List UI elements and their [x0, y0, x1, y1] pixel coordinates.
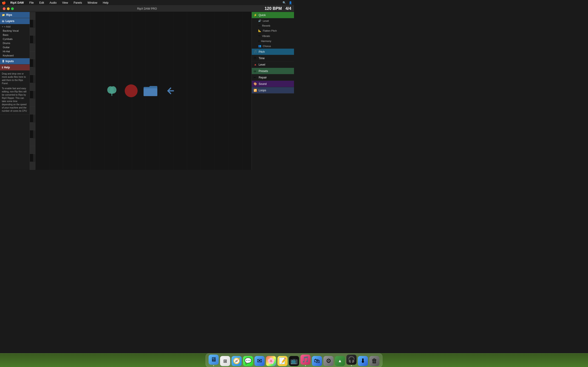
time-label: Time: [259, 57, 265, 60]
piano-key[interactable]: [30, 154, 33, 162]
time-item[interactable]: ⏱ Time: [252, 55, 294, 61]
window-title: RipX DAW PRO: [137, 7, 157, 10]
record-button[interactable]: [124, 83, 138, 98]
help-text-2: To enable fast and easy editing, non-Rip…: [2, 87, 28, 113]
rips-header[interactable]: 📁 Rips: [0, 12, 30, 18]
add-icon: +: [2, 25, 3, 28]
piano-key[interactable]: [30, 59, 33, 67]
add-label: + Add: [4, 25, 10, 28]
pitch-item[interactable]: 🎵 Pitch: [252, 49, 294, 55]
piano-key[interactable]: [30, 123, 35, 130]
sound-label: Sound: [259, 82, 267, 85]
app-menu[interactable]: RipX DAW: [9, 1, 25, 5]
level-panel-label: Level: [259, 63, 265, 66]
layers-header[interactable]: 🗂 Layers: [0, 18, 30, 24]
flatten-pitch-sub-item[interactable]: 📐 Flatten Pitch: [252, 28, 294, 33]
reverb-sub-item[interactable]: 〰 Reverb: [252, 23, 294, 28]
help-header[interactable]: ℹ Help: [0, 65, 30, 70]
repair-label: Repair: [259, 76, 267, 79]
layer-item-backing-vocal[interactable]: Backing Vocal: [0, 29, 30, 33]
piano-key[interactable]: [30, 146, 35, 154]
presets-icon: 🗂: [254, 69, 257, 73]
open-folder-button[interactable]: [143, 83, 158, 98]
level-sub-label: Level: [263, 19, 269, 22]
help-icon: ℹ: [2, 66, 3, 69]
piano-key[interactable]: [30, 130, 33, 138]
quick-icon: ⚡: [254, 14, 257, 17]
piano-key[interactable]: [30, 75, 33, 83]
level-sub-item[interactable]: 🔊 Level: [252, 18, 294, 23]
layers-icon: 🗂: [2, 20, 4, 23]
piano-key[interactable]: [30, 91, 33, 99]
layers-section: 🗂 Layers + + Add Backing Vocal Bass Cymb…: [0, 18, 30, 58]
piano-key[interactable]: [30, 162, 35, 170]
chorus-sub-label: Chorus: [263, 45, 271, 48]
chorus-sub-item[interactable]: 👥 Chorus: [252, 44, 294, 49]
sound-item[interactable]: 🎨 Sound: [252, 81, 294, 87]
layer-item-hihat[interactable]: Hi-Hat: [0, 49, 30, 53]
presets-label: Presets: [259, 69, 268, 73]
repair-icon: ✂: [254, 76, 257, 79]
repair-item[interactable]: ✂ Repair: [252, 74, 294, 81]
harmony-sub-item[interactable]: ≡ Harmony: [252, 39, 294, 44]
piano-key[interactable]: [30, 28, 35, 35]
rips-section: 📁 Rips: [0, 12, 30, 18]
fullscreen-button[interactable]: [11, 7, 14, 10]
level-item[interactable]: 🔺 Level: [252, 61, 294, 68]
piano-key[interactable]: [30, 12, 35, 20]
presets-item[interactable]: 🗂 Presets: [252, 68, 294, 74]
ai-brain-button[interactable]: [104, 83, 119, 98]
pitch-label: Pitch: [259, 50, 265, 53]
level-panel-icon: 🔺: [254, 63, 257, 66]
add-layer-button[interactable]: + + Add: [0, 25, 30, 29]
close-button[interactable]: [3, 7, 6, 10]
pitch-icon: 🎵: [254, 50, 257, 53]
file-menu[interactable]: File: [28, 1, 35, 5]
layer-item-guitar[interactable]: Guitar: [0, 45, 30, 49]
quick-item[interactable]: ⚡ Quick: [252, 12, 294, 18]
help-menu[interactable]: Help: [102, 1, 110, 5]
piano-key[interactable]: [30, 107, 35, 115]
time-signature[interactable]: 4/4: [285, 6, 291, 11]
layer-item-drums[interactable]: Drums: [0, 41, 30, 45]
panels-menu[interactable]: Panels: [73, 1, 83, 5]
sound-icon: 🎨: [254, 82, 257, 85]
minimize-button[interactable]: [7, 7, 10, 10]
piano-key[interactable]: [30, 20, 33, 27]
chorus-icon: 👥: [258, 44, 261, 48]
brain-icon: [105, 84, 118, 97]
inputs-header[interactable]: 🎛 Inputs: [0, 58, 30, 64]
piano-key[interactable]: [30, 51, 35, 59]
view-menu[interactable]: View: [61, 1, 69, 5]
bpm-value[interactable]: 120 BPM: [265, 6, 282, 11]
layer-item-bass[interactable]: Bass: [0, 33, 30, 37]
vibrato-sub-item[interactable]: 〜 Vibrato: [252, 33, 294, 39]
main-layout: 📁 Rips 🗂 Layers + + Add Backing Vocal Ba…: [0, 12, 294, 170]
piano-key[interactable]: [30, 44, 35, 51]
piano-key[interactable]: [30, 115, 33, 122]
piano-key[interactable]: [30, 83, 35, 91]
inputs-section: 🎛 Inputs: [0, 58, 30, 65]
menubar: 🍎 RipX DAW File Edit Audio View Panels W…: [0, 0, 294, 6]
help-content: Drag and drop one or more audio files he…: [0, 70, 30, 115]
layer-item-cymbals[interactable]: Cymbals: [0, 37, 30, 41]
harmony-sub-label: Harmony: [261, 40, 271, 42]
rips-label: Rips: [6, 13, 12, 17]
loops-item[interactable]: 🔁 Loops: [252, 87, 294, 94]
main-area: [30, 12, 251, 170]
loops-label: Loops: [259, 89, 266, 92]
back-button[interactable]: [162, 83, 177, 98]
apple-menu[interactable]: 🍎: [2, 1, 6, 5]
help-section: ℹ Help Drag and drop one or more audio f…: [0, 65, 30, 115]
piano-key[interactable]: [30, 67, 35, 75]
window-menu[interactable]: Window: [86, 1, 98, 5]
edit-menu[interactable]: Edit: [38, 1, 45, 5]
layer-item-keyboard[interactable]: Keyboard: [0, 53, 30, 58]
traffic-lights: [3, 7, 14, 10]
piano-key[interactable]: [30, 35, 33, 43]
flatten-pitch-sub-label: Flatten Pitch: [263, 29, 277, 32]
piano-key[interactable]: [30, 138, 35, 146]
audio-menu[interactable]: Audio: [49, 1, 58, 5]
inputs-icon: 🎛: [2, 60, 4, 63]
piano-key[interactable]: [30, 99, 35, 106]
